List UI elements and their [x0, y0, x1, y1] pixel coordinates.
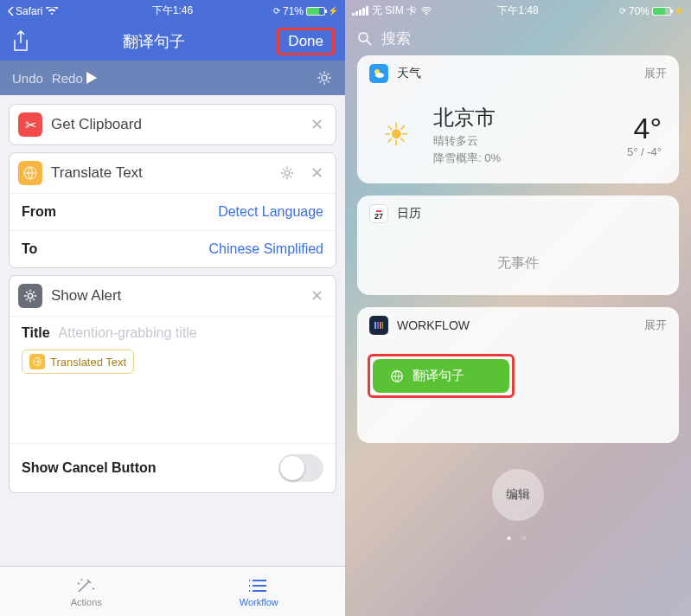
- weather-temp: 4°: [627, 112, 662, 145]
- play-button[interactable]: [83, 70, 316, 86]
- step-translate-text[interactable]: Translate Text ✕ From Detect Language To…: [9, 152, 336, 268]
- expand-button[interactable]: 展开: [644, 318, 667, 333]
- play-icon: [83, 70, 99, 86]
- tab-actions[interactable]: Actions: [0, 567, 173, 616]
- weather-condition: 晴转多云: [433, 133, 627, 149]
- step-get-clipboard[interactable]: ✂ Get Clipboard ✕: [9, 104, 336, 145]
- svg-point-2: [285, 170, 289, 175]
- wifi-icon: [46, 7, 58, 16]
- weather-snow: 降雪概率: 0%: [433, 151, 627, 166]
- sun-icon: ☀: [374, 117, 418, 153]
- translated-text-token[interactable]: Translated Text: [22, 350, 134, 374]
- svg-rect-9: [377, 322, 379, 329]
- status-bar: 无 SIM 卡 下午1:48 ⟳ 70% ⚡: [345, 0, 691, 22]
- list-icon: [247, 576, 270, 595]
- expand-button[interactable]: 展开: [644, 66, 667, 81]
- workflow-app-icon: [369, 316, 388, 335]
- svg-point-5: [359, 33, 368, 42]
- edit-button[interactable]: 编辑: [492, 469, 544, 521]
- status-bar: Safari 下午1:46 ⟳ 71% ⚡: [0, 0, 345, 22]
- show-cancel-label: Show Cancel Button: [22, 460, 278, 476]
- globe-icon: [18, 161, 42, 185]
- weather-widget[interactable]: 天气 展开 ☀ 北京市 晴转多云 降雪概率: 0% 4° 5° / -4°: [357, 55, 679, 183]
- battery-icon: [306, 7, 325, 16]
- redo-button[interactable]: Redo: [52, 71, 83, 86]
- svg-rect-8: [374, 322, 376, 329]
- svg-point-3: [28, 293, 32, 298]
- search-field[interactable]: 搜索: [345, 22, 691, 55]
- workflow-widget[interactable]: WORKFLOW 展开 翻译句子: [357, 307, 679, 443]
- weather-app-icon: [369, 64, 388, 83]
- weather-range: 5° / -4°: [627, 145, 662, 158]
- tab-workflow[interactable]: Workflow: [173, 567, 346, 616]
- tab-bar: Actions Workflow: [0, 566, 345, 616]
- translate-from-row[interactable]: From Detect Language: [10, 194, 336, 231]
- show-cancel-toggle[interactable]: [278, 454, 323, 482]
- alert-title-input[interactable]: Attention-grabbing title: [59, 325, 197, 341]
- globe-icon: [390, 369, 404, 383]
- back-to-safari[interactable]: Safari: [7, 5, 42, 17]
- step-show-alert[interactable]: Show Alert ✕ Title Attention-grabbing ti…: [9, 275, 336, 493]
- wand-icon: [75, 576, 98, 595]
- chevron-left-icon: [7, 6, 14, 16]
- settings-button[interactable]: [316, 69, 333, 87]
- close-icon[interactable]: ✕: [307, 160, 327, 186]
- calendar-app-icon: ▬27: [369, 204, 388, 223]
- search-icon: [357, 31, 373, 47]
- alert-title-label: Title: [22, 325, 50, 341]
- translate-to-row[interactable]: To Chinese Simplified: [10, 231, 336, 267]
- page-dots[interactable]: ● ○: [345, 533, 691, 542]
- weather-city: 北京市: [433, 104, 627, 132]
- done-button[interactable]: Done: [277, 28, 335, 55]
- workflow-run-button[interactable]: 翻译句子: [373, 359, 509, 393]
- undo-button[interactable]: Undo: [12, 71, 43, 86]
- share-button[interactable]: [10, 29, 31, 54]
- scissors-icon: ✂: [18, 112, 42, 137]
- navbar: 翻译句子 Done: [0, 22, 345, 61]
- step-gear-icon[interactable]: [276, 162, 298, 184]
- gear-icon: [316, 69, 333, 87]
- wifi-icon: [420, 7, 432, 16]
- calendar-empty: 无事件: [357, 232, 679, 295]
- close-icon[interactable]: ✕: [307, 283, 327, 309]
- globe-icon: [29, 354, 45, 369]
- svg-rect-11: [382, 322, 383, 329]
- editor-toolbar: Undo Redo: [0, 61, 345, 95]
- calendar-widget[interactable]: ▬27 日历 无事件: [357, 196, 679, 295]
- battery-icon: [652, 7, 671, 16]
- status-carrier: 无 SIM 卡: [372, 3, 417, 18]
- status-time: 下午1:48: [463, 3, 573, 18]
- nav-title: 翻译句子: [31, 31, 277, 52]
- status-time: 下午1:46: [118, 3, 228, 18]
- battery-pct: 71%: [283, 5, 304, 17]
- svg-rect-10: [380, 322, 381, 329]
- svg-point-7: [375, 73, 384, 78]
- battery-pct: 70%: [629, 5, 649, 17]
- signal-icon: [352, 6, 368, 16]
- share-icon: [10, 29, 31, 54]
- svg-point-0: [322, 75, 327, 80]
- close-icon[interactable]: ✕: [307, 112, 327, 138]
- gear-icon: [18, 284, 42, 308]
